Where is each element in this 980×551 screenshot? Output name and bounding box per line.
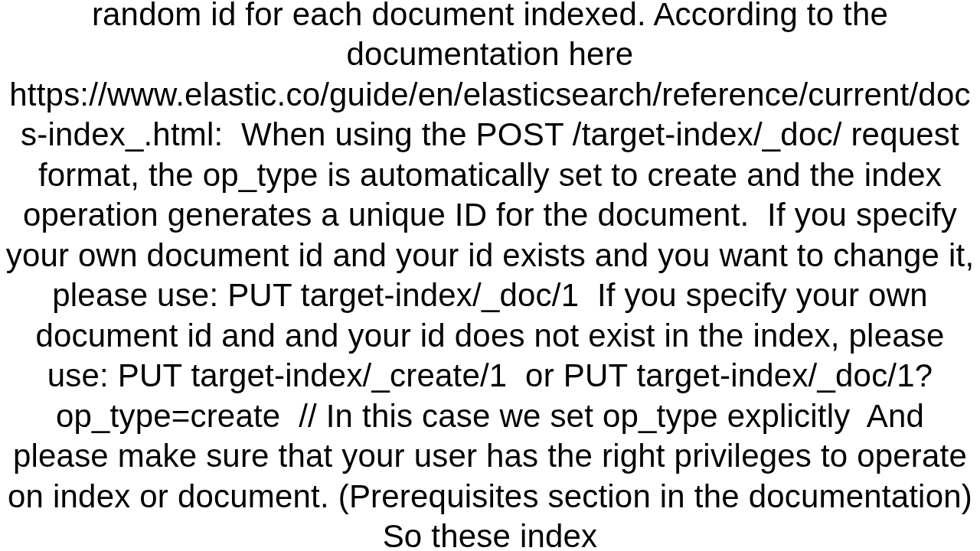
body-text: random id for each document indexed. Acc… xyxy=(4,0,976,551)
document-page: random id for each document indexed. Acc… xyxy=(0,0,980,551)
